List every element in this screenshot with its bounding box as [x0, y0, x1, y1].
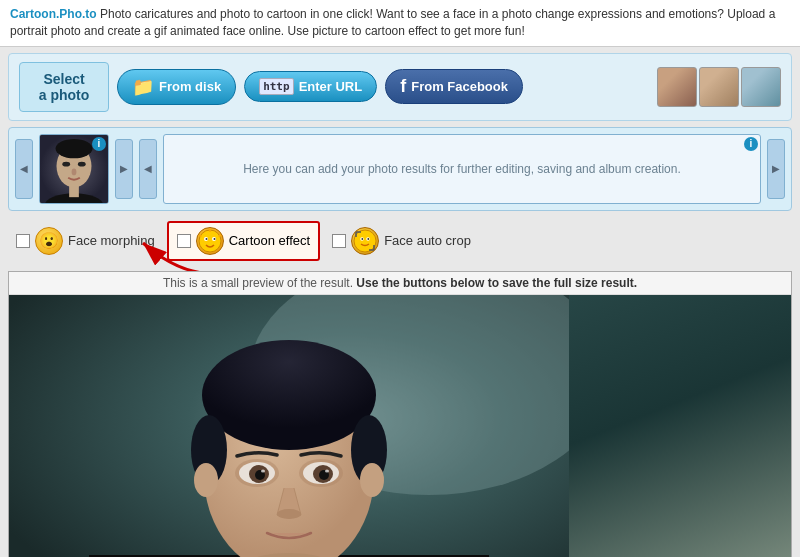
- svg-point-21: [368, 238, 370, 240]
- crop-icon-svg: [353, 229, 377, 253]
- photo-right-nav-left[interactable]: ◀: [139, 139, 157, 199]
- thumbnail-1[interactable]: [657, 67, 697, 107]
- header-text: Cartoon.Pho.to Photo caricatures and pho…: [10, 6, 790, 40]
- photo-nav-left[interactable]: ◀: [15, 139, 33, 199]
- svg-point-33: [202, 340, 376, 450]
- svg-point-4: [62, 161, 70, 166]
- svg-point-48: [277, 509, 301, 519]
- toolbar: Select a photo 📁 From disk http Enter UR…: [8, 53, 792, 121]
- brand-name: Cartoon.Pho.to: [10, 7, 97, 21]
- svg-point-37: [360, 463, 384, 497]
- select-photo-label: Select a photo: [19, 62, 109, 112]
- face-auto-crop-checkbox[interactable]: [332, 234, 346, 248]
- from-facebook-button[interactable]: f From Facebook: [385, 69, 523, 104]
- svg-point-47: [325, 469, 329, 472]
- photo-right-nav-right[interactable]: ▶: [767, 139, 785, 199]
- svg-point-3: [56, 138, 93, 157]
- svg-rect-8: [69, 185, 79, 197]
- header-description: Photo caricatures and photo to cartoon i…: [10, 7, 775, 38]
- facebook-icon: f: [400, 76, 406, 97]
- photo-slot-right-text: Here you can add your photo results for …: [243, 162, 681, 176]
- face-auto-crop-label: Face auto crop: [384, 233, 471, 248]
- photo-strip: ◀: [8, 127, 792, 211]
- disk-icon: 📁: [132, 76, 154, 98]
- enter-url-label: Enter URL: [299, 79, 363, 94]
- face-morphing-checkbox[interactable]: [16, 234, 30, 248]
- svg-point-6: [72, 168, 77, 175]
- face-auto-crop-effect: Face auto crop: [332, 227, 471, 255]
- preview-label-normal: This is a small preview of the result.: [163, 276, 353, 290]
- svg-point-36: [194, 463, 218, 497]
- enter-url-button[interactable]: http Enter URL: [244, 71, 377, 102]
- portrait-background: [9, 295, 791, 557]
- preview-image: [9, 295, 791, 557]
- from-disk-button[interactable]: 📁 From disk: [117, 69, 236, 105]
- effects-row: 😮 Face morphing: [16, 217, 784, 265]
- photo-right-info-icon[interactable]: i: [744, 137, 758, 151]
- header-bar: Cartoon.Pho.to Photo caricatures and pho…: [0, 0, 800, 47]
- preview-area: This is a small preview of the result. U…: [8, 271, 792, 557]
- face-morphing-icon: 😮: [35, 227, 63, 255]
- svg-point-5: [78, 161, 86, 166]
- thumbnail-3[interactable]: [741, 67, 781, 107]
- photo-nav-right[interactable]: ▶: [115, 139, 133, 199]
- thumbnail-strip: [657, 67, 781, 107]
- thumbnail-2[interactable]: [699, 67, 739, 107]
- preview-label-bold: Use the buttons below to save the full s…: [356, 276, 637, 290]
- face-auto-crop-icon: [351, 227, 379, 255]
- svg-point-46: [261, 469, 265, 472]
- svg-point-20: [362, 238, 364, 240]
- url-icon: http: [259, 78, 294, 95]
- annotation-arrow: [133, 223, 233, 278]
- photo-info-icon[interactable]: i: [92, 137, 106, 151]
- photo-slot-right: Here you can add your photo results for …: [163, 134, 761, 204]
- preview-label: This is a small preview of the result. U…: [9, 272, 791, 295]
- svg-point-17: [354, 230, 376, 252]
- cartoon-effect-label: Cartoon effect: [229, 233, 310, 248]
- from-disk-label: From disk: [159, 79, 221, 94]
- effects-container: 😮 Face morphing: [8, 217, 792, 265]
- portrait-svg: [9, 295, 569, 557]
- photo-slot-main: i: [39, 134, 109, 204]
- from-facebook-label: From Facebook: [411, 79, 508, 94]
